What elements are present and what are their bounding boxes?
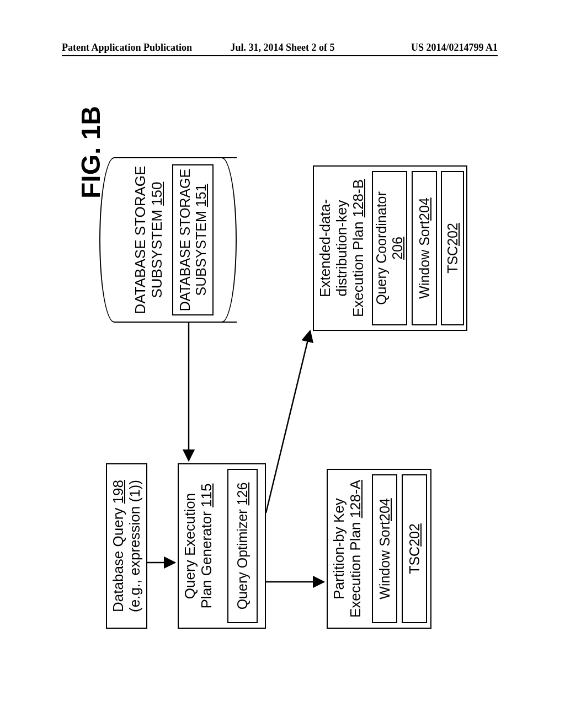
plan-b-title2: distribution-key bbox=[333, 200, 350, 297]
query-optimizer-label: Query Optimizer bbox=[234, 505, 250, 609]
plan-b-title3: Execution Plan bbox=[350, 217, 366, 317]
plan-b-coordinator: Query Coordinator 206 bbox=[372, 171, 407, 325]
storage-1-line2: SUBSYSTEM bbox=[148, 206, 165, 298]
plan-a-window-sort-label: Window Sort bbox=[377, 521, 393, 599]
plan-b-window-sort-ref: 204 bbox=[417, 197, 433, 221]
cylinder-bottom bbox=[222, 157, 237, 323]
database-query-line1: Database Query bbox=[110, 504, 126, 612]
plan-b-window-sort: Window Sort 204 bbox=[412, 171, 437, 325]
arrow-opt-to-planB bbox=[266, 331, 310, 513]
plan-generator-ref: 115 bbox=[198, 484, 215, 507]
diagram-rotated: FIG. 1B Database Query 198 (e.g., expres… bbox=[62, 83, 498, 678]
plan-a-tsc-label: TSC bbox=[407, 547, 423, 574]
storage-1-line1: DATABASE STORAGE bbox=[132, 166, 148, 314]
query-optimizer-text: Query Optimizer 126 bbox=[234, 483, 250, 610]
plan-b-tsc-ref: 202 bbox=[445, 223, 461, 246]
query-optimizer-ref: 126 bbox=[234, 483, 250, 506]
storage-2-box: DATABASE STORAGE SUBSYSTEM 151 bbox=[172, 164, 214, 315]
plan-generator-text: Query Execution Plan Generator 115 bbox=[182, 484, 215, 609]
plan-a-window-sort: Window Sort 204 bbox=[372, 474, 397, 623]
storage-2-ref: 151 bbox=[193, 184, 209, 207]
plan-a-box: Partition-by Key Execution Plan 128-A Wi… bbox=[327, 469, 431, 629]
plan-b-window-sort-label: Window Sort bbox=[417, 221, 433, 299]
plan-b-ref: 128-B bbox=[350, 179, 366, 217]
plan-b-tsc: TSC 202 bbox=[441, 171, 464, 325]
database-query-box: Database Query 198 (e.g., expression (1)… bbox=[106, 463, 147, 629]
page: Patent Application Publication Jul. 31, … bbox=[0, 0, 565, 728]
database-query-text: Database Query 198 (e.g., expression (1)… bbox=[110, 480, 143, 612]
storage-2-line1: DATABASE STORAGE bbox=[177, 169, 193, 311]
query-optimizer-box: Query Optimizer 126 bbox=[227, 469, 258, 623]
cylinder-bottom-wrap bbox=[222, 157, 252, 323]
plan-a-tsc-ref: 202 bbox=[407, 523, 423, 547]
plan-b-tsc-label: TSC bbox=[445, 246, 461, 274]
storage-1-text: DATABASE STORAGE SUBSYSTEM 150 bbox=[132, 157, 166, 323]
database-query-ref: 198 bbox=[110, 480, 126, 504]
plan-b-coordinator-label: Query Coordinator bbox=[374, 191, 389, 305]
storage-2-line2: SUBSYSTEM bbox=[193, 207, 209, 296]
plan-b-coordinator-ref: 206 bbox=[390, 237, 405, 260]
plan-generator-line1: Query Execution bbox=[182, 493, 198, 599]
plan-a-title2: Execution Plan bbox=[347, 518, 364, 618]
plan-a-title1: Partition-by Key bbox=[331, 498, 347, 599]
figure-label: FIG. 1B bbox=[76, 106, 106, 199]
plan-b-box: Extended-data- distribution-key Executio… bbox=[313, 165, 467, 331]
header-rule bbox=[62, 55, 498, 56]
plan-generator-line2: Plan Generator bbox=[198, 507, 215, 609]
plan-b-title1: Extended-data- bbox=[317, 199, 333, 297]
storage-1-ref: 150 bbox=[148, 182, 165, 206]
plan-a-title: Partition-by Key Execution Plan 128-A bbox=[331, 470, 364, 628]
storage-2-text: DATABASE STORAGE SUBSYSTEM 151 bbox=[177, 169, 209, 311]
plan-a-window-sort-ref: 204 bbox=[377, 498, 393, 521]
diagram-stage: FIG. 1B Database Query 198 (e.g., expres… bbox=[62, 83, 498, 678]
database-query-line2: (e.g., expression (1)) bbox=[126, 480, 143, 612]
plan-a-ref: 128-A bbox=[347, 480, 364, 518]
plan-b-title: Extended-data- distribution-key Executio… bbox=[317, 167, 367, 330]
plan-a-tsc: TSC 202 bbox=[402, 474, 427, 623]
header-right: US 2014/0214799 A1 bbox=[411, 42, 498, 53]
